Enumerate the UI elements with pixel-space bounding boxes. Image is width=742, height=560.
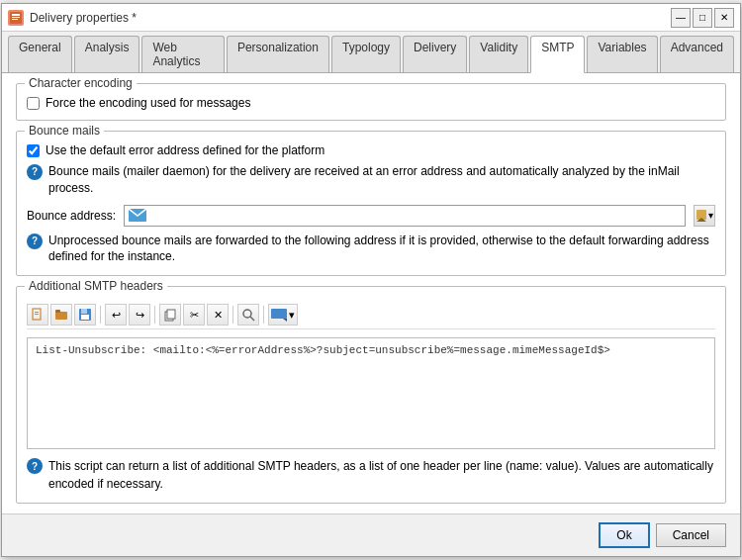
redo-button[interactable]: ↪ bbox=[129, 304, 150, 326]
character-encoding-title: Character encoding bbox=[25, 76, 137, 90]
delete-button[interactable]: ✕ bbox=[207, 304, 229, 326]
main-content: Character encoding Force the encoding us… bbox=[2, 73, 740, 513]
svg-rect-9 bbox=[35, 314, 39, 315]
tab-general[interactable]: General bbox=[8, 36, 72, 72]
smtp-footer-info: ? This script can return a list of addit… bbox=[27, 457, 715, 493]
svg-line-18 bbox=[250, 317, 254, 321]
minimize-button[interactable]: — bbox=[671, 8, 691, 28]
bounce-address-label: Bounce address: bbox=[27, 209, 116, 223]
tab-web-analytics[interactable]: Web Analytics bbox=[141, 36, 225, 72]
bounce-address-row: Bounce address: ▾ bbox=[27, 205, 715, 227]
unprocessed-info-icon: ? bbox=[27, 233, 43, 249]
smtp-footer-info-text: This script can return a list of additio… bbox=[48, 457, 715, 493]
bounce-mails-title: Bounce mails bbox=[25, 124, 104, 138]
window-icon bbox=[8, 10, 24, 26]
unprocessed-info-text: Unprocessed bounce mails are forwarded t… bbox=[48, 233, 715, 266]
tab-analysis[interactable]: Analysis bbox=[74, 36, 140, 72]
svg-rect-2 bbox=[12, 17, 20, 18]
bounce-info-text: Bounce mails (mailer daemon) for the del… bbox=[48, 163, 715, 197]
smtp-code-editor[interactable]: List-Unsubscribe: <mailto:<%=errorAddres… bbox=[27, 337, 715, 449]
save-button[interactable] bbox=[74, 304, 96, 326]
title-bar-left: Delivery properties * bbox=[8, 10, 137, 26]
svg-point-17 bbox=[243, 310, 251, 318]
tab-validity[interactable]: Validity bbox=[469, 36, 528, 72]
tab-advanced[interactable]: Advanced bbox=[660, 36, 734, 72]
additional-smtp-section: Additional SMTP headers bbox=[16, 286, 726, 504]
force-encoding-row: Force the encoding used for messages bbox=[27, 96, 715, 110]
tab-smtp[interactable]: SMTP bbox=[530, 36, 585, 73]
force-encoding-checkbox[interactable] bbox=[27, 97, 40, 110]
use-default-label: Use the default error address defined fo… bbox=[46, 143, 325, 157]
smtp-content: ↩ ↪ ✂ ✕ bbox=[27, 301, 715, 493]
character-encoding-section: Character encoding Force the encoding us… bbox=[16, 83, 726, 121]
info-icon: ? bbox=[27, 164, 43, 180]
smtp-toolbar: ↩ ↪ ✂ ✕ bbox=[27, 301, 715, 329]
use-default-row: Use the default error address defined fo… bbox=[27, 143, 715, 157]
bounce-info-row: ? Bounce mails (mailer daemon) for the d… bbox=[27, 163, 715, 197]
tab-personalization[interactable]: Personalization bbox=[227, 36, 329, 72]
bounce-address-input-wrapper bbox=[124, 205, 686, 227]
svg-rect-3 bbox=[12, 19, 18, 20]
cut-button[interactable]: ✂ bbox=[183, 304, 205, 326]
svg-rect-10 bbox=[55, 312, 67, 320]
more-button[interactable]: ▾ bbox=[268, 304, 298, 326]
search-button[interactable] bbox=[237, 304, 259, 326]
toolbar-sep-2 bbox=[154, 306, 155, 324]
svg-marker-20 bbox=[283, 319, 287, 322]
smtp-footer-info-icon: ? bbox=[27, 458, 43, 474]
title-controls: — □ ✕ bbox=[671, 8, 734, 28]
email-icon bbox=[129, 209, 146, 222]
undo-button[interactable]: ↩ bbox=[105, 304, 127, 326]
svg-rect-19 bbox=[271, 309, 287, 319]
cancel-button[interactable]: Cancel bbox=[656, 523, 726, 547]
bounce-mails-section: Bounce mails Use the default error addre… bbox=[16, 131, 726, 276]
svg-rect-11 bbox=[55, 310, 60, 313]
tab-bar: General Analysis Web Analytics Personali… bbox=[2, 32, 740, 73]
close-button[interactable]: ✕ bbox=[714, 8, 734, 28]
tab-typology[interactable]: Typology bbox=[331, 36, 401, 72]
toolbar-sep-3 bbox=[232, 306, 233, 324]
bounce-dropdown-button[interactable]: ▾ bbox=[694, 205, 715, 227]
svg-rect-14 bbox=[81, 315, 89, 320]
copy-button[interactable] bbox=[159, 304, 181, 326]
force-encoding-label: Force the encoding used for messages bbox=[46, 96, 250, 110]
toolbar-sep-4 bbox=[263, 306, 264, 324]
open-folder-button[interactable] bbox=[50, 304, 72, 326]
window-title: Delivery properties * bbox=[30, 11, 137, 25]
maximize-button[interactable]: □ bbox=[693, 8, 712, 28]
additional-smtp-title: Additional SMTP headers bbox=[25, 279, 167, 293]
toolbar-sep-1 bbox=[100, 306, 101, 324]
tab-variables[interactable]: Variables bbox=[587, 36, 657, 72]
ok-button[interactable]: Ok bbox=[599, 522, 649, 548]
svg-rect-16 bbox=[167, 310, 175, 319]
new-file-button[interactable] bbox=[27, 304, 48, 326]
svg-rect-8 bbox=[35, 312, 39, 313]
svg-rect-1 bbox=[12, 14, 20, 16]
tab-delivery[interactable]: Delivery bbox=[403, 36, 467, 72]
unprocessed-info-row: ? Unprocessed bounce mails are forwarded… bbox=[27, 233, 715, 266]
svg-rect-13 bbox=[81, 309, 87, 314]
title-bar: Delivery properties * — □ ✕ bbox=[2, 4, 740, 32]
main-window: Delivery properties * — □ ✕ General Anal… bbox=[1, 3, 741, 557]
use-default-checkbox[interactable] bbox=[27, 144, 40, 157]
bottom-bar: Ok Cancel bbox=[2, 513, 740, 556]
